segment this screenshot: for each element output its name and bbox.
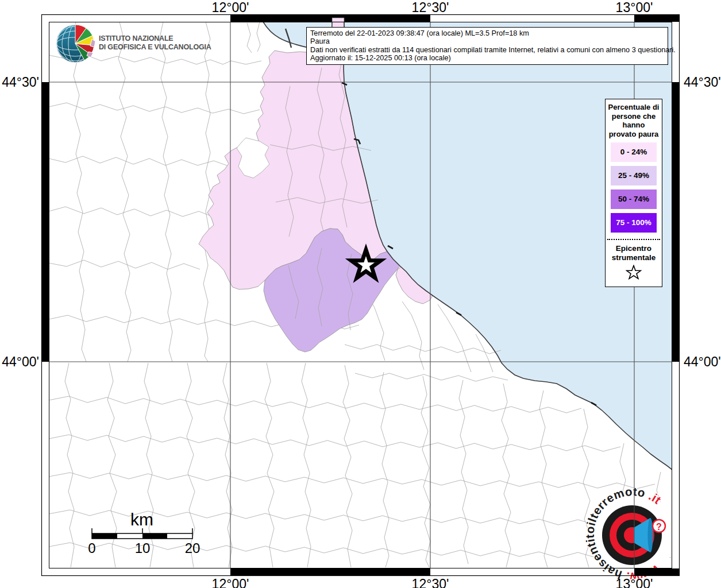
event-info-line1: Terremoto del 22-01-2023 09:38:47 (ora l… [310, 29, 665, 37]
legend-swatch-75-100: 75 - 100% [611, 213, 657, 233]
event-info-line2: Paura [310, 37, 665, 45]
axis-bottom-12-30: 12°30' [412, 577, 449, 588]
megaphone-mouth [648, 518, 653, 552]
axis-top-12-30: 12°30' [412, 0, 449, 16]
axis-left-44-30: 44°30' [2, 75, 39, 90]
legend-title: Percentuale di persone che hanno provato… [606, 103, 662, 138]
legend-swatch-50-74: 50 - 74% [611, 189, 657, 209]
axis-right-44-00: 44°00' [684, 354, 721, 370]
map-canvas: ? www. haisentitoilterremoto .it [0, 0, 721, 588]
event-info-line3: Dati non verificati estratti da 114 ques… [310, 46, 665, 54]
scale-tick-20: 20 [185, 540, 201, 556]
legend-epicenter-title: Epicentro strumentale [606, 244, 662, 262]
macroseismic-map-page: ? www. haisentitoilterremoto .it [0, 0, 721, 588]
axis-top-13-00: 13°00' [616, 0, 653, 16]
scale-tick-10: 10 [135, 540, 151, 556]
axis-left-44-00: 44°00' [2, 354, 39, 370]
ingv-name-line1: ISTITUTO NAZIONALE [99, 34, 173, 42]
legend-divider [607, 239, 660, 240]
epicenter-star-icon [626, 265, 642, 280]
axis-top-12-00: 12°00' [212, 0, 249, 16]
legend-swatch-25-49: 25 - 49% [611, 166, 657, 185]
axis-bottom-13-00: 13°00' [616, 577, 653, 588]
axis-right-44-30: 44°30' [684, 75, 721, 90]
top-band-pink-sliver [332, 18, 344, 22]
scale-unit-label: km [130, 510, 153, 529]
ingv-name-line2: DI GEOFISICA E VULCANOLOGIA [99, 43, 211, 51]
legend-swatch-0-24: 0 - 24% [611, 142, 657, 162]
question-mark: ? [656, 522, 662, 532]
legend: Percentuale di persone che hanno provato… [605, 99, 662, 287]
event-info-line4: Aggiornato il: 15-12-2025 00:13 (ora loc… [310, 54, 665, 62]
scale-tick-0: 0 [88, 540, 95, 556]
axis-bottom-12-00: 12°00' [212, 577, 249, 588]
event-info-box: Terremoto del 22-01-2023 09:38:47 (ora l… [306, 27, 668, 65]
